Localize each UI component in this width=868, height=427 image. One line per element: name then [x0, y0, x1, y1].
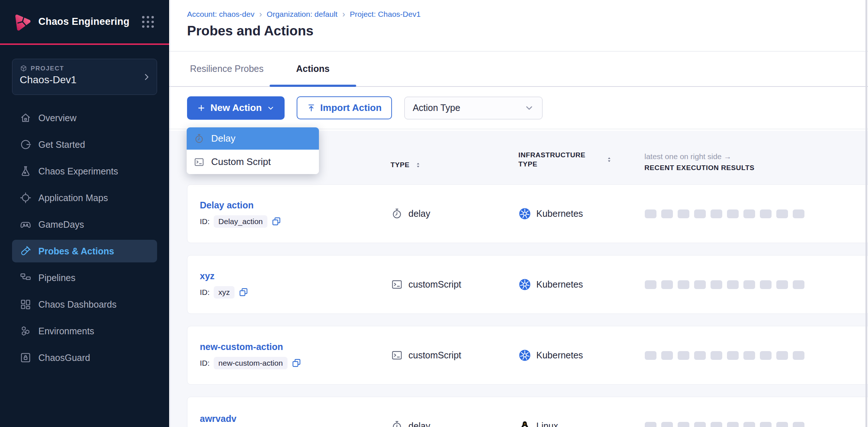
brand-accent-divider — [0, 43, 169, 45]
sidebar-item-label: GameDays — [38, 219, 84, 230]
action-name-cell: new-custom-actionID:new-custom-action — [200, 342, 391, 369]
terminal-icon — [391, 278, 403, 291]
copy-icon[interactable] — [239, 287, 248, 297]
actions-table: TYPE INFRASTRUCTURE TYPE latest one on r… — [169, 131, 868, 427]
action-id-row: ID:Delay_action — [200, 215, 391, 228]
execution-results-cell — [645, 422, 868, 427]
pipelines-icon — [19, 272, 32, 284]
execution-result-block — [743, 280, 755, 289]
module-switcher-grid-icon[interactable] — [140, 14, 156, 30]
harness-chaos-logo-icon — [12, 11, 33, 32]
execution-results-cell — [645, 209, 868, 218]
sidebar-item-chaos-dashboards[interactable]: Chaos Dashboards — [12, 293, 157, 316]
guard-icon — [19, 351, 32, 364]
execution-result-block — [694, 422, 706, 427]
linux-icon — [519, 420, 531, 427]
menu-item-custom-script[interactable]: Custom Script — [187, 150, 319, 174]
execution-result-block — [694, 209, 706, 218]
execution-result-block — [727, 209, 739, 218]
infrastructure-cell: Kubernetes — [519, 278, 645, 291]
action-id-row: ID:xyz — [200, 286, 391, 299]
execution-result-block — [743, 351, 755, 360]
execution-result-block — [645, 422, 656, 427]
execution-result-block — [711, 280, 722, 289]
chevron-right-icon — [142, 73, 151, 81]
table-row: new-custom-actionID:new-custom-actioncus… — [187, 326, 868, 385]
sort-icon[interactable] — [415, 161, 422, 169]
new-action-button[interactable]: New Action — [187, 96, 285, 120]
chevron-down-icon — [267, 104, 275, 112]
app-title: Chaos Engineering — [38, 16, 129, 27]
action-id-row: ID:new-custom-action — [200, 357, 391, 369]
sort-icon[interactable] — [606, 156, 613, 164]
breadcrumb-separator: › — [259, 10, 262, 19]
execution-result-block — [645, 209, 656, 218]
copy-icon[interactable] — [292, 358, 301, 368]
hexagons-icon — [19, 325, 32, 337]
results-hint: latest one on right side → — [644, 152, 868, 161]
page-header: Account: chaos-dev›Organization: default… — [169, 0, 868, 51]
sidebar-item-label: Overview — [38, 113, 76, 123]
sidebar-item-pipelines[interactable]: Pipelines — [12, 266, 157, 289]
terminal-icon — [391, 349, 403, 361]
sidebar-item-gamedays[interactable]: GameDays — [12, 213, 157, 236]
sidebar-item-chaos-experiments[interactable]: Chaos Experiments — [12, 160, 157, 182]
execution-result-block — [678, 280, 689, 289]
action-id-pill: xyz — [214, 286, 235, 299]
execution-result-block — [727, 351, 739, 360]
table-header-results: latest one on right side → RECENT EXECUT… — [644, 152, 868, 184]
new-action-menu: DelayCustom Script — [187, 127, 319, 174]
tab-resilience-probes[interactable]: Resilience Probes — [177, 51, 277, 86]
execution-result-block — [760, 209, 772, 218]
execution-result-block — [678, 422, 689, 427]
execution-result-block — [661, 351, 673, 360]
execution-results-cell — [645, 280, 868, 289]
menu-item-delay[interactable]: Delay — [187, 127, 319, 150]
terminal-icon — [194, 157, 205, 168]
sidebar-item-label: ChaosGuard — [38, 353, 90, 363]
import-action-button[interactable]: Import Action — [297, 96, 392, 119]
page-title: Probes and Actions — [187, 23, 868, 39]
sidebar-item-label: Application Maps — [38, 193, 108, 203]
project-selector[interactable]: PROJECT Chaos-Dev1 — [12, 59, 157, 95]
action-name-cell: xyzID:xyz — [200, 271, 391, 299]
target-icon — [19, 192, 32, 204]
action-id-pill: Delay_action — [214, 215, 267, 228]
execution-result-block — [743, 422, 755, 427]
sidebar-item-label: Chaos Experiments — [38, 166, 118, 177]
breadcrumb-link[interactable]: Organization: default — [267, 10, 338, 19]
action-name-link[interactable]: awrvadv — [200, 413, 391, 424]
action-id-pill: new-custom-action — [214, 357, 288, 369]
breadcrumb-link[interactable]: Account: chaos-dev — [187, 10, 254, 19]
action-name-link[interactable]: xyz — [200, 271, 391, 281]
sidebar-item-probes-actions[interactable]: Probes & Actions — [12, 240, 157, 262]
action-name-link[interactable]: new-custom-action — [200, 342, 391, 352]
action-name-link[interactable]: Delay action — [200, 200, 391, 211]
breadcrumb-link[interactable]: Project: Chaos-Dev1 — [350, 10, 421, 19]
execution-result-block — [760, 280, 772, 289]
sidebar-item-application-maps[interactable]: Application Maps — [12, 186, 157, 209]
breadcrumb: Account: chaos-dev›Organization: default… — [187, 10, 868, 19]
home-icon — [19, 112, 32, 124]
copy-icon[interactable] — [271, 216, 281, 226]
infrastructure-cell: Linux — [519, 420, 645, 427]
execution-result-block — [711, 351, 722, 360]
type-cell: delay — [391, 208, 519, 220]
import-upload-icon — [307, 104, 316, 112]
sidebar-item-get-started[interactable]: Get Started — [12, 133, 157, 156]
breadcrumb-separator: › — [342, 10, 345, 19]
sidebar-item-chaosguard[interactable]: ChaosGuard — [12, 346, 157, 369]
kubernetes-icon — [519, 349, 531, 361]
project-label: PROJECT — [31, 65, 64, 72]
action-type-filter[interactable]: Action Type — [404, 97, 542, 119]
id-label: ID: — [200, 217, 210, 226]
type-value: customScript — [408, 350, 461, 361]
sidebar-item-label: Probes & Actions — [38, 246, 114, 257]
vertical-scrollbar[interactable] — [865, 0, 867, 427]
sidebar-item-overview[interactable]: Overview — [12, 107, 157, 129]
sidebar-item-environments[interactable]: Environments — [12, 320, 157, 342]
sidebar-header: Chaos Engineering — [0, 0, 169, 43]
type-value: customScript — [408, 279, 461, 290]
tab-actions[interactable]: Actions — [270, 51, 357, 86]
project-name: Chaos-Dev1 — [20, 74, 149, 86]
